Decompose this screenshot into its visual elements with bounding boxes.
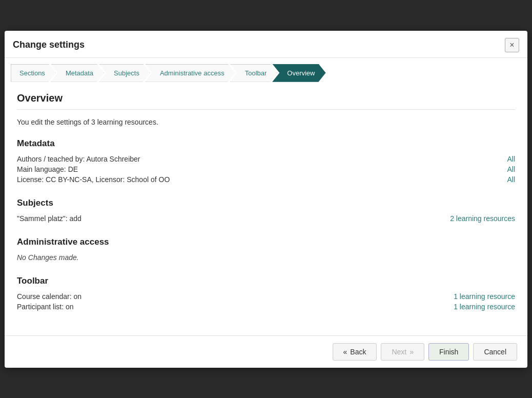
back-label: Back: [350, 348, 366, 356]
tab-metadata[interactable]: Metadata: [51, 64, 104, 82]
back-arrow-icon: [343, 348, 347, 356]
toolbar-row-0: Course calendar: on 1 learning resource: [17, 292, 515, 301]
cancel-button[interactable]: Cancel: [473, 343, 517, 361]
modal-footer: Back Next Finish Cancel: [5, 335, 527, 368]
metadata-label-0: Authors / teached by: Autora Schreiber: [17, 155, 140, 163]
metadata-row-0: Authors / teached by: Autora Schreiber A…: [17, 155, 515, 163]
subjects-row-0: "Sammel platz": add 2 learning resources: [17, 214, 515, 223]
toolbar-row-1: Participant list: on 1 learning resource: [17, 303, 515, 311]
no-changes-text: No Changes made.: [17, 253, 515, 262]
metadata-section: Metadata Authors / teached by: Autora Sc…: [17, 138, 515, 184]
modal-header: Change settings ×: [5, 31, 527, 58]
next-button[interactable]: Next: [381, 343, 424, 361]
subjects-section: Subjects "Sammel platz": add 2 learning …: [17, 198, 515, 223]
subjects-link-0[interactable]: 2 learning resources: [442, 214, 515, 223]
toolbar-section: Toolbar Course calendar: on 1 learning r…: [17, 276, 515, 311]
admin-access-heading: Administrative access: [17, 237, 515, 247]
subjects-heading: Subjects: [17, 198, 515, 208]
metadata-label-2: License: CC BY-NC-SA, Licensor: School o…: [17, 175, 170, 184]
finish-button[interactable]: Finish: [428, 343, 469, 361]
modal-title: Change settings: [13, 39, 85, 50]
modal-body: Overview You edit the settings of 3 lear…: [5, 82, 527, 335]
metadata-link-0[interactable]: All: [499, 155, 515, 163]
tabs-bar: Sections Metadata Subjects Administrativ…: [5, 58, 527, 82]
subjects-label-0: "Sammel platz": add: [17, 214, 81, 223]
intro-text: You edit the settings of 3 learning reso…: [17, 118, 515, 126]
toolbar-link-1[interactable]: 1 learning resource: [445, 303, 515, 311]
metadata-link-1[interactable]: All: [499, 165, 515, 173]
toolbar-heading: Toolbar: [17, 276, 515, 286]
metadata-row-2: License: CC BY-NC-SA, Licensor: School o…: [17, 175, 515, 184]
next-label: Next: [392, 348, 406, 356]
tab-subjects[interactable]: Subjects: [99, 64, 150, 82]
tab-toolbar[interactable]: Toolbar: [230, 64, 278, 82]
metadata-heading: Metadata: [17, 138, 515, 149]
toolbar-link-0[interactable]: 1 learning resource: [445, 292, 515, 301]
next-arrow-icon: [410, 348, 414, 356]
toolbar-label-1: Participant list: on: [17, 303, 74, 311]
modal-overlay: Change settings × Sections Metadata Subj…: [0, 0, 532, 398]
tab-sections[interactable]: Sections: [11, 64, 56, 82]
page-title: Overview: [17, 92, 515, 110]
modal: Change settings × Sections Metadata Subj…: [5, 31, 527, 368]
tab-overview[interactable]: Overview: [272, 64, 325, 82]
close-button[interactable]: ×: [505, 38, 519, 52]
admin-access-section: Administrative access No Changes made.: [17, 237, 515, 262]
metadata-label-1: Main language: DE: [17, 165, 78, 173]
toolbar-label-0: Course calendar: on: [17, 292, 81, 301]
tab-admin-access[interactable]: Administrative access: [145, 64, 235, 82]
metadata-link-2[interactable]: All: [499, 175, 515, 184]
metadata-row-1: Main language: DE All: [17, 165, 515, 173]
back-button[interactable]: Back: [333, 343, 377, 361]
